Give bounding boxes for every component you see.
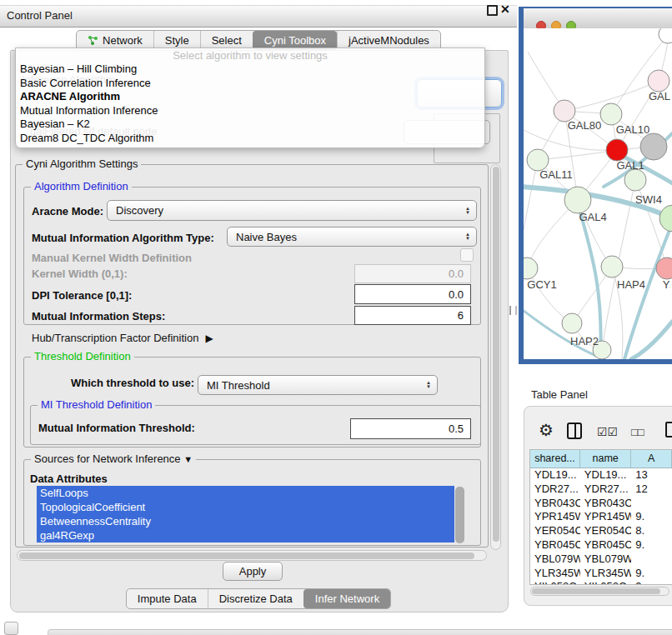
columns-icon[interactable] [567, 422, 582, 439]
export-table-icon[interactable] [665, 422, 672, 438]
table-row[interactable]: YPR145WYPR145W9. [530, 510, 672, 524]
data-attributes-label: Data Attributes [30, 472, 108, 485]
table-cell[interactable]: YBR045C [580, 538, 631, 552]
network-node[interactable] [640, 133, 667, 160]
network-node[interactable] [600, 103, 622, 125]
column-header[interactable]: shared... [530, 450, 580, 468]
table-cell[interactable]: YDR27... [530, 482, 580, 497]
algorithm-option[interactable]: Mutual Information Inference [16, 104, 484, 118]
network-node-label: GAL10 [616, 123, 649, 136]
network-node[interactable] [564, 187, 591, 213]
table-cell[interactable]: YDL19... [580, 468, 631, 482]
table-cell[interactable]: YIL052C [530, 580, 580, 585]
tab-discretize-data[interactable]: Discretize Data [208, 589, 303, 608]
table-cell[interactable]: YDL19... [530, 468, 580, 482]
tab-infer-network[interactable]: Infer Network [303, 589, 390, 608]
attribute-list-item-selected[interactable]: TopologicalCoefficient [37, 500, 454, 514]
hub-section-label: Hub/Transcription Factor Definition [32, 332, 198, 344]
network-canvas[interactable]: GALGAL80GAL10GAL1GAL11SWI4GAL4GCY1HAP4YH… [524, 28, 672, 359]
network-node[interactable] [659, 205, 672, 232]
algorithm-option[interactable]: Bayesian – Hill Climbing [16, 62, 484, 77]
split-pane-handle[interactable] [509, 306, 517, 315]
algorithm-option[interactable]: Bayesian – K2 [16, 118, 484, 132]
table-cell[interactable]: YBL079W [580, 552, 631, 567]
manual-kernel-checkbox[interactable] [460, 248, 474, 262]
settings-vertical-scrollbar[interactable] [490, 164, 501, 550]
table-cell[interactable]: YER054C [580, 524, 631, 538]
kernel-width-field[interactable]: 0.0 [354, 264, 471, 283]
mi-threshold-field[interactable]: 0.5 [350, 418, 471, 439]
table-row[interactable]: YER054CYER054C8. [530, 524, 672, 538]
table-cell[interactable]: YER054C [530, 524, 580, 538]
table-cell[interactable]: 9. [631, 510, 672, 524]
table-horizontal-scrollbar[interactable] [530, 587, 669, 596]
table-cell[interactable]: YDR27... [580, 482, 631, 497]
deselect-all-boxes-icon[interactable]: □□ [631, 426, 644, 438]
table-cell[interactable]: 8. [631, 524, 672, 538]
table-row[interactable]: YDR27...YDR27...12 [530, 482, 672, 497]
close-icon[interactable]: ✕ [500, 2, 510, 16]
attributes-list-scrollbar[interactable] [455, 487, 464, 543]
attribute-list-item-selected[interactable]: SelfLoops [37, 486, 454, 500]
float-window-icon[interactable] [487, 5, 498, 16]
node-table[interactable]: shared...nameA YDL19...YDL19...13YDR27..… [529, 449, 672, 585]
apply-button[interactable]: Apply [223, 562, 283, 581]
network-node-label: HAP2 [570, 335, 599, 348]
network-node[interactable] [601, 256, 623, 278]
table-cell[interactable]: YLR345W [580, 567, 631, 581]
table-cell[interactable]: YPR145W [530, 510, 580, 524]
tab-impute-data[interactable]: Impute Data [127, 589, 208, 608]
aracne-mode-combo[interactable]: Discovery ▲▼ [107, 200, 477, 221]
table-row[interactable]: YBR043CYBR043C [530, 497, 672, 511]
algorithm-dropdown-list[interactable]: Select algorithm to view settings Bayesi… [15, 48, 485, 148]
algorithm-option[interactable]: Dream8 DC_TDC Algorithm [16, 132, 484, 146]
table-cell[interactable]: 12 [631, 482, 672, 497]
attribute-list-item-selected[interactable]: BetweennessCentrality [37, 514, 454, 528]
table-row[interactable]: YDL19...YDL19...13 [530, 468, 672, 482]
mi-type-value: Naive Bayes [236, 231, 297, 243]
mi-steps-field[interactable]: 6 [354, 306, 471, 325]
select-all-checks-icon[interactable]: ☑☑ [597, 425, 618, 438]
hub-section-toggle[interactable]: Hub/Transcription Factor Definition ▶ [32, 332, 213, 344]
table-cell[interactable]: YBR045C [530, 538, 580, 552]
algorithm-option[interactable]: ARACNE Algorithm [16, 90, 484, 104]
settings-horizontal-scrollbar[interactable] [17, 550, 487, 561]
data-attributes-list[interactable]: SelfLoopsTopologicalCoefficientBetweenne… [37, 486, 454, 544]
table-cell[interactable]: YPR145W [580, 510, 631, 524]
table-cell[interactable]: YBR043C [530, 497, 580, 511]
table-cell[interactable]: 9. [631, 567, 672, 581]
gear-icon[interactable]: ⚙ [539, 420, 554, 440]
network-window-titlebar[interactable] [524, 8, 672, 29]
table-cell[interactable]: 9 [631, 580, 672, 585]
column-header[interactable]: A [631, 450, 672, 468]
table-cell[interactable] [631, 552, 672, 567]
table-cell[interactable] [631, 497, 672, 511]
table-cell[interactable]: 9. [631, 538, 672, 552]
dropdown-placeholder: Select algorithm to view settings [16, 48, 484, 62]
network-node[interactable] [606, 139, 628, 161]
table-cell[interactable]: YIL052C [580, 580, 631, 585]
network-icon [88, 35, 98, 46]
network-node[interactable] [648, 70, 669, 92]
network-node[interactable] [524, 258, 538, 279]
table-cell[interactable]: YBR043C [580, 497, 631, 511]
network-node[interactable] [562, 313, 582, 333]
table-row[interactable]: YIL052CYIL052C9 [530, 580, 672, 585]
network-node[interactable] [624, 169, 646, 191]
algorithm-option[interactable]: Basic Correlation Inference [16, 77, 484, 91]
table-row[interactable]: YBL079WYBL079W [530, 552, 672, 567]
table-row[interactable]: YBR045CYBR045C9. [530, 538, 672, 552]
column-header[interactable]: name [580, 450, 632, 468]
control-panel-titlebar[interactable]: Control Panel [0, 5, 517, 28]
table-cell[interactable]: 13 [631, 468, 672, 482]
table-cell[interactable]: YLR345W [530, 567, 580, 581]
network-node[interactable] [659, 28, 672, 43]
which-threshold-combo[interactable]: MI Threshold ▲▼ [198, 375, 438, 395]
collapse-arrow-icon[interactable]: ▼ [183, 454, 193, 464]
mi-type-combo[interactable]: Naive Bayes ▲▼ [227, 227, 477, 247]
dpi-tolerance-field[interactable]: 0.0 [354, 284, 471, 304]
attribute-list-item-selected[interactable]: gal4RGexp [37, 528, 454, 542]
mini-panel-button[interactable] [4, 622, 18, 635]
table-cell[interactable]: YBL079W [530, 552, 580, 567]
table-row[interactable]: YLR345WYLR345W9. [530, 567, 672, 581]
